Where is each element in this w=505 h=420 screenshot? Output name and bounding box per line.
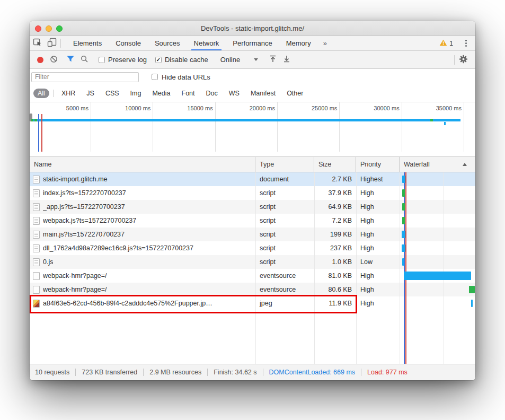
filter-pill-js[interactable]: JS (82, 89, 99, 98)
checkbox-icon (99, 57, 105, 63)
table-row[interactable]: _app.js?ts=1572270700237script64.9 KBHig… (30, 200, 475, 214)
hide-data-urls-label: Hide data URLs (162, 73, 210, 81)
cell-type: script (255, 186, 314, 200)
filter-pill-img[interactable]: Img (126, 89, 146, 98)
timeline-gridline (91, 102, 91, 152)
waterfall-bar (402, 217, 405, 224)
table-row[interactable]: webpack-hmr?page=/eventsource81.0 KBHigh (30, 269, 475, 283)
summary-domcontentloaded: DOMContentLoaded: 669 ms (263, 369, 361, 376)
filter-pill-font[interactable]: Font (178, 89, 199, 98)
cell-name: a84f63e5-62cd-456b-89f4-c2adddc4e575%2Fp… (30, 296, 255, 310)
cell-size: 64.9 KB (314, 200, 356, 214)
requests-table-body: static-import.glitch.medocument2.7 KBHig… (30, 172, 475, 364)
tab-memory[interactable]: Memory (279, 36, 318, 50)
tab-console[interactable]: Console (109, 36, 148, 50)
throttling-value: Online (220, 56, 241, 64)
window-titlebar[interactable]: DevTools - static-import.glitch.me/ (30, 21, 475, 36)
column-header-type[interactable]: Type (255, 157, 314, 172)
search-button[interactable] (77, 54, 92, 66)
cell-name: static-import.glitch.me (30, 172, 255, 186)
cell-type: script (255, 200, 314, 214)
waterfall-bar (402, 244, 405, 252)
filter-pill-xhr[interactable]: XHR (57, 89, 79, 98)
column-header-priority[interactable]: Priority (356, 157, 400, 172)
network-overview-timeline[interactable]: 5000 ms10000 ms15000 ms20000 ms25000 ms3… (30, 102, 475, 157)
waterfall-bar (469, 286, 475, 293)
table-row[interactable]: index.js?ts=1572270700237script37.9 KBHi… (30, 186, 475, 200)
filter-input[interactable] (31, 72, 139, 82)
waterfall-bar (402, 176, 405, 183)
column-header-size[interactable]: Size (314, 157, 356, 172)
export-har-button[interactable] (280, 54, 294, 66)
timeline-tick-label: 25000 ms (295, 105, 337, 111)
table-row[interactable]: static-import.glitch.medocument2.7 KBHig… (30, 172, 475, 186)
filter-pill-all[interactable]: All (33, 89, 49, 98)
cell-waterfall (400, 241, 475, 255)
cell-name: index.js?ts=1572270700237 (30, 186, 255, 200)
clear-button[interactable] (47, 54, 61, 66)
hide-data-urls-checkbox[interactable]: Hide data URLs (152, 73, 210, 81)
import-har-button[interactable] (266, 54, 280, 66)
inspect-element-button[interactable] (30, 36, 45, 50)
filter-toggle-button[interactable] (64, 54, 77, 66)
dcl-marker-line (38, 114, 39, 152)
load-marker-line (41, 114, 42, 152)
tab-elements[interactable]: Elements (66, 36, 109, 50)
table-row[interactable]: webpack-hmr?page=/eventsource80.6 KBHigh (30, 283, 475, 296)
table-row[interactable]: a84f63e5-62cd-456b-89f4-c2adddc4e575%2Fp… (30, 296, 475, 310)
request-name: index.js?ts=1572270700237 (43, 186, 126, 200)
timeline-tick-label: 20000 ms (233, 105, 275, 111)
divider (454, 55, 455, 65)
file-icon (33, 176, 40, 183)
column-header-name[interactable]: Name (30, 157, 255, 172)
filter-pill-media[interactable]: Media (148, 89, 174, 98)
timeline-gridline (153, 102, 153, 152)
cell-size: 7.2 KB (314, 214, 356, 228)
tab-performance[interactable]: Performance (226, 36, 279, 50)
tab-sources[interactable]: Sources (148, 36, 187, 50)
network-filter-row: Hide data URLs (30, 69, 475, 85)
cell-waterfall (400, 228, 475, 241)
filter-pill-manifest[interactable]: Manifest (246, 89, 280, 98)
table-row[interactable]: main.js?ts=1572270700237script199 KBHigh (30, 228, 475, 241)
filter-pill-ws[interactable]: WS (225, 89, 244, 98)
cell-waterfall (400, 214, 475, 228)
cell-waterfall (400, 200, 475, 214)
column-header-waterfall[interactable]: Waterfall (400, 157, 475, 172)
cell-name: _app.js?ts=1572270700237 (30, 200, 255, 214)
console-warning-indicator[interactable]: 1 (435, 39, 457, 48)
cell-size: 1.0 KB (314, 255, 356, 269)
cell-type: eventsource (255, 283, 314, 296)
preserve-log-checkbox[interactable]: Preserve log (94, 56, 151, 64)
file-icon (33, 189, 40, 197)
cell-waterfall (400, 296, 475, 310)
divider (60, 39, 61, 48)
tab-network[interactable]: Network (187, 36, 226, 50)
tab-more[interactable]: » (318, 36, 332, 50)
table-row[interactable]: dll_1762a4d98a7289ec16c9.js?ts=157227070… (30, 241, 475, 255)
network-toolbar: Preserve log Disable cache Online (30, 51, 475, 69)
filter-pill-doc[interactable]: Doc (202, 89, 222, 98)
waterfall-bar (402, 203, 405, 211)
cell-priority: Low (356, 255, 400, 269)
filter-pill-css[interactable]: CSS (101, 89, 123, 98)
disable-cache-checkbox[interactable]: Disable cache (151, 56, 212, 64)
funnel-icon (67, 56, 74, 64)
devtools-menu-button[interactable] (460, 40, 472, 47)
request-name: webpack-hmr?page=/ (43, 269, 107, 283)
cell-name: dll_1762a4d98a7289ec16c9.js?ts=157227070… (30, 241, 255, 255)
network-settings-button[interactable] (456, 54, 471, 66)
cell-priority: High (356, 241, 400, 255)
record-button[interactable] (34, 54, 47, 66)
summary-finish: Finish: 34.62 s (208, 369, 262, 376)
throttling-select[interactable]: Online (215, 56, 264, 64)
timeline-tick-label: 5000 ms (46, 105, 88, 111)
table-row[interactable]: webpack.js?ts=1572270700237script7.2 KBH… (30, 214, 475, 228)
filter-pill-other[interactable]: Other (282, 89, 307, 98)
overview-green-segment (31, 119, 33, 121)
toggle-device-toolbar-button[interactable] (45, 36, 59, 50)
timeline-gridline (339, 102, 340, 152)
cell-name: webpack.js?ts=1572270700237 (30, 214, 255, 228)
table-row[interactable]: 0.jsscript1.0 KBLow (30, 255, 475, 269)
overview-green-segment (430, 119, 433, 121)
